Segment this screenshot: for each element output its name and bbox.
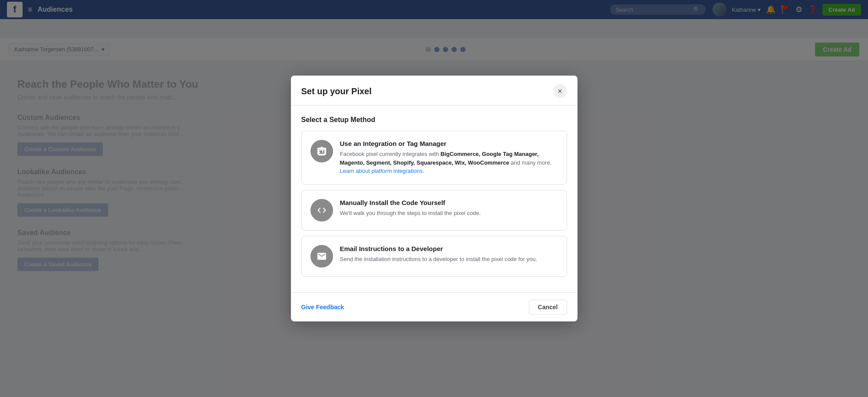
modal-subtitle: Select a Setup Method [301,116,567,124]
modal-body: Select a Setup Method Use an Integration… [291,106,578,292]
modal-title: Set up your Pixel [301,86,372,96]
integration-option-desc: Facebook pixel currently integrates with… [340,150,558,175]
integration-option[interactable]: Use an Integration or Tag Manager Facebo… [301,131,567,185]
manual-install-icon [310,199,333,222]
integration-option-title: Use an Integration or Tag Manager [340,140,558,147]
modal-header: Set up your Pixel × [291,76,578,106]
modal-overlay: Set up your Pixel × Select a Setup Metho… [0,0,868,397]
learn-integrations-link[interactable]: Learn about platform integrations [340,168,423,174]
email-instructions-option-desc: Send the installation instructions to a … [340,255,558,264]
integration-option-content: Use an Integration or Tag Manager Facebo… [340,140,558,175]
integration-icon [310,140,333,162]
email-instructions-icon [310,245,333,268]
manual-install-option-title: Manually Install the Code Yourself [340,199,558,206]
modal-close-button[interactable]: × [553,84,567,98]
modal-footer: Give Feedback Cancel [291,292,578,321]
setup-pixel-modal: Set up your Pixel × Select a Setup Metho… [291,76,578,321]
email-instructions-option-content: Email Instructions to a Developer Send t… [340,245,558,264]
manual-install-option-desc: We'll walk you through the steps to inst… [340,209,558,218]
manual-install-option[interactable]: Manually Install the Code Yourself We'll… [301,190,567,231]
manual-install-option-content: Manually Install the Code Yourself We'll… [340,199,558,218]
email-instructions-option[interactable]: Email Instructions to a Developer Send t… [301,236,567,277]
email-instructions-option-title: Email Instructions to a Developer [340,245,558,252]
close-icon: × [558,87,562,96]
give-feedback-link[interactable]: Give Feedback [301,304,344,311]
cancel-button[interactable]: Cancel [529,300,567,314]
